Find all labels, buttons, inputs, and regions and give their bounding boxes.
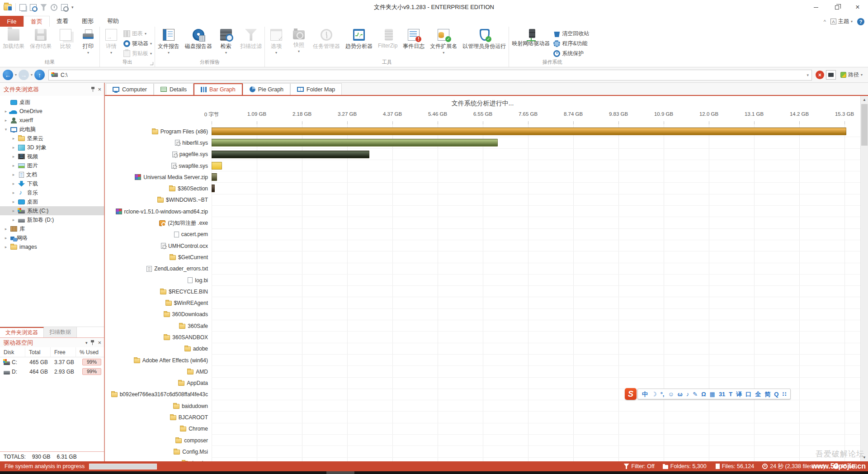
tree-item[interactable]: ▸库 (0, 224, 104, 233)
column-header[interactable]: Disk (0, 347, 25, 357)
search-icon[interactable]: Q (774, 391, 778, 397)
bar-row[interactable]: baidudown (105, 400, 860, 412)
vertical-scrollbar[interactable]: ▲ ▼ (860, 96, 868, 461)
tree-item[interactable]: ▾此电脑 (0, 125, 104, 134)
expand-arrow-icon[interactable]: ▸ (4, 245, 8, 249)
filter-icon[interactable] (40, 4, 47, 11)
size-bar[interactable] (212, 128, 846, 135)
size-bar[interactable] (212, 139, 498, 147)
ribbon-button[interactable]: 快照▾ (288, 27, 310, 59)
ribbon-button[interactable]: 检索▾ (215, 27, 237, 59)
bar-row[interactable]: $GetCurrent (105, 251, 860, 263)
column-header[interactable]: Total (25, 347, 51, 357)
close-button[interactable]: × (847, 0, 868, 14)
expand-arrow-icon[interactable]: ▾ (4, 127, 8, 132)
bar-row[interactable]: Adobe After Effects (win64) (105, 355, 860, 366)
bar-row[interactable]: pagefile.sys (105, 149, 860, 160)
ribbon-small-button[interactable]: 系统保护▾ (553, 49, 593, 58)
tree-item[interactable]: 桌面 (0, 98, 104, 107)
bar-row[interactable]: Universal Media Server.zip (105, 171, 860, 183)
ribbon-tab[interactable]: 查看 (50, 16, 75, 27)
ribbon-button[interactable]: 加载结果▾ (0, 27, 27, 59)
tree-item[interactable]: ▸坚果云 (0, 134, 104, 143)
expand-arrow-icon[interactable]: ▸ (11, 136, 16, 141)
tree-item[interactable]: ▸文档 (0, 170, 104, 179)
expand-arrow-icon[interactable]: ▸ (4, 227, 8, 231)
close-icon[interactable]: × (98, 340, 101, 346)
scrollbar-thumb[interactable] (861, 104, 868, 146)
bar-row[interactable]: AppData (105, 378, 860, 389)
ribbon-button[interactable]: 事件日志▾ (400, 27, 427, 59)
simplified-icon[interactable]: 简 (764, 391, 770, 397)
ribbon-button[interactable]: 趋势分析器▾ (343, 27, 375, 59)
bar-row[interactable]: Chrome (105, 423, 860, 435)
up-button[interactable]: ↑ (34, 70, 45, 80)
expand-arrow-icon[interactable]: ▸ (11, 145, 16, 150)
bar-row[interactable]: swapfile.sys (105, 160, 860, 171)
bar-row[interactable]: AMD (105, 366, 860, 377)
view-tab[interactable]: Bar Graph (193, 83, 243, 95)
help-icon[interactable]: ? (857, 18, 864, 25)
expand-arrow-icon[interactable]: ▸ (11, 154, 16, 159)
expand-arrow-icon[interactable]: ▸ (4, 118, 8, 123)
emoji-icon[interactable]: ☺ (668, 391, 674, 397)
ribbon-small-button[interactable]: 图表▾ (123, 29, 152, 38)
ribbon-button[interactable]: 磁盘报告器▾ (182, 27, 215, 59)
bar-row[interactable]: dcache (105, 458, 860, 461)
tree-item[interactable]: ▸桌面 (0, 197, 104, 206)
tree-item[interactable]: ▸新加卷 (D:) (0, 215, 104, 224)
forward-history-caret[interactable]: ▾ (31, 73, 33, 77)
voice-input-icon[interactable]: ♪ (686, 391, 689, 397)
expand-arrow-icon[interactable]: ▸ (11, 218, 16, 222)
expand-arrow-icon[interactable]: ▸ (11, 190, 16, 195)
bar-row[interactable]: ZendLoader_errors.txt (105, 263, 860, 275)
scheduler-icon[interactable] (51, 4, 57, 11)
pin-icon[interactable] (91, 87, 95, 92)
ribbon-tab[interactable]: 帮助 (100, 16, 126, 27)
full-half-icon[interactable]: 全 (755, 391, 761, 397)
expand-arrow-icon[interactable]: ▸ (4, 109, 8, 114)
ribbon-button[interactable]: 打印▾ (77, 27, 99, 59)
close-icon[interactable]: × (98, 86, 101, 92)
view-tab[interactable]: Details (154, 83, 193, 95)
view-tab[interactable]: Computer (106, 83, 154, 95)
report-search-icon[interactable] (30, 4, 37, 11)
bar-row[interactable]: Program Files (x86) (105, 126, 860, 137)
ribbon-button[interactable]: 任务管理器▾ (310, 27, 343, 59)
bar-row[interactable]: hiberfil.sys (105, 137, 860, 148)
bar-row[interactable]: cacert.pem (105, 229, 860, 240)
chevron-down-icon[interactable]: ▾ (85, 341, 88, 345)
bar-row[interactable]: (2)知羽注册 .exe (105, 217, 860, 228)
scroll-up-icon[interactable]: ▲ (861, 96, 868, 104)
screenshot-icon[interactable]: 口 (745, 391, 751, 397)
path-tools-button[interactable]: 路径 ▾ (838, 70, 865, 80)
bar-row[interactable]: UMHControl.ocx (105, 240, 860, 251)
expand-arrow-icon[interactable]: ▸ (11, 172, 16, 177)
translate-icon[interactable]: 译 (736, 391, 742, 397)
view-tab[interactable]: Folder Map (290, 83, 342, 95)
chinese-mode-icon[interactable]: 中 (642, 391, 648, 397)
ribbon-button[interactable]: 以管理员身份运行▾ (460, 27, 509, 59)
bar-row[interactable]: adobe (105, 343, 860, 355)
ribbon-tab[interactable]: 首页 (24, 16, 50, 27)
ribbon-button[interactable]: 比较▾ (54, 27, 77, 59)
tree-item[interactable]: ▸系统 (C:) (0, 206, 104, 215)
tree-item[interactable]: ▸网络 (0, 233, 104, 242)
path-input[interactable]: C:\ ▾ (48, 70, 812, 81)
tree-item[interactable]: ▸xuerff (0, 116, 104, 125)
pin-icon[interactable] (90, 340, 94, 345)
expand-arrow-icon[interactable]: ▸ (11, 199, 16, 204)
ribbon-small-button[interactable]: 剪贴板▾ (123, 49, 152, 58)
ribbon-small-button[interactable]: 驱动器▾ (123, 39, 152, 48)
drive-row[interactable]: D: 464 GB 2.93 GB 99% (0, 367, 104, 376)
menu-grid-icon[interactable]: ∷ (782, 391, 786, 397)
symbols-icon[interactable]: Ω (701, 391, 706, 397)
ribbon-button[interactable]: 选项▾ (265, 27, 288, 59)
drive-row[interactable]: C: 465 GB 3.37 GB 99% (0, 357, 104, 367)
bar-row[interactable]: 360SANDBOX (105, 332, 860, 343)
ribbon-button[interactable]: 文件扩展名▾ (427, 27, 460, 59)
theme-button[interactable]: A 主题 ▾ (830, 18, 853, 25)
forward-button[interactable]: → (19, 70, 29, 80)
ribbon-button[interactable]: FilterZip▾ (375, 27, 400, 59)
bar-row[interactable]: Config.Msi (105, 446, 860, 457)
